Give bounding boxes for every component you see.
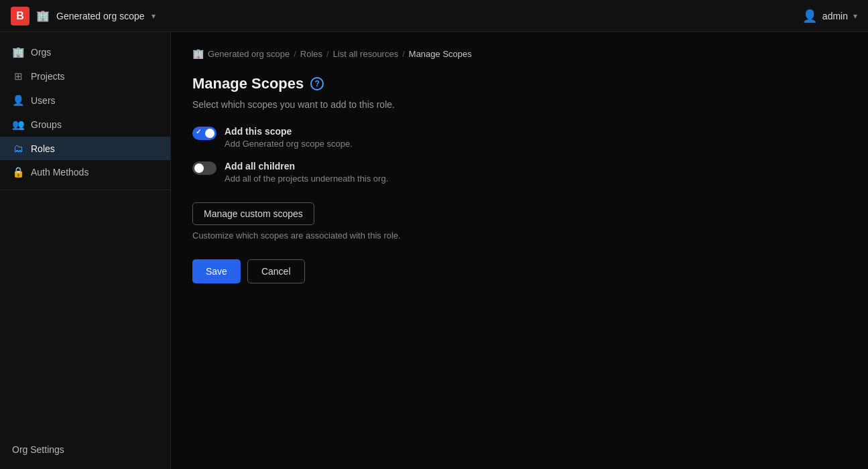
manage-custom-scopes-button[interactable]: Manage custom scopes: [192, 202, 314, 225]
user-dropdown-icon: ▾: [853, 11, 857, 21]
header-org-title: Generated org scope: [56, 11, 145, 21]
add-scope-desc: Add Generated org scope scope.: [225, 139, 353, 149]
manage-custom-desc: Customize which scopes are associated wi…: [192, 230, 847, 241]
header-left: B 🏢 Generated org scope ▾: [11, 7, 156, 25]
breadcrumb-item-list[interactable]: List all resources: [333, 49, 399, 59]
sidebar-item-org-settings[interactable]: Org Settings: [0, 438, 170, 461]
page-title-row: Manage Scopes ?: [192, 75, 847, 92]
page-title: Manage Scopes: [192, 75, 304, 92]
add-children-labels: Add all children Add all of the projects…: [225, 161, 388, 184]
sidebar-item-groups-label: Groups: [31, 119, 62, 130]
add-scope-labels: Add this scope Add Generated org scope s…: [225, 126, 353, 149]
org-icon: 🏢: [36, 9, 50, 22]
add-scope-label: Add this scope: [225, 126, 353, 137]
app-header: B 🏢 Generated org scope ▾ 👤 admin ▾: [0, 0, 868, 32]
sidebar-item-users[interactable]: 👤 Users: [0, 88, 170, 113]
breadcrumb-sep-2: /: [326, 49, 329, 59]
save-button[interactable]: Save: [192, 259, 241, 283]
sidebar-item-users-label: Users: [31, 95, 56, 106]
breadcrumb-sep-1: /: [294, 49, 296, 59]
add-children-desc: Add all of the projects underneath this …: [225, 174, 388, 184]
app-logo: B: [11, 7, 29, 25]
action-buttons: Save Cancel: [192, 259, 847, 283]
user-avatar-icon: 👤: [802, 9, 817, 23]
help-icon[interactable]: ?: [310, 77, 324, 90]
header-username: admin: [822, 11, 848, 21]
sidebar-bottom: Org Settings: [0, 438, 170, 461]
users-icon: 👤: [12, 94, 24, 107]
sidebar-item-orgs-label: Orgs: [31, 47, 51, 58]
toggle-section: Add this scope Add Generated org scope s…: [192, 126, 847, 184]
breadcrumb-org-icon: 🏢: [192, 48, 204, 59]
projects-icon: ⊞: [12, 70, 24, 82]
sidebar-item-auth-methods[interactable]: 🔒 Auth Methods: [0, 160, 170, 184]
orgs-icon: 🏢: [12, 46, 24, 58]
header-user-menu[interactable]: 👤 admin ▾: [802, 9, 857, 23]
sidebar-item-roles-label: Roles: [31, 143, 55, 154]
sidebar-item-auth-methods-label: Auth Methods: [31, 167, 88, 178]
sidebar-divider: [0, 190, 170, 190]
add-children-label: Add all children: [225, 161, 388, 172]
sidebar-item-projects[interactable]: ⊞ Projects: [0, 64, 170, 88]
breadcrumb-item-current: Manage Scopes: [409, 49, 472, 59]
sidebar-item-roles[interactable]: 🗂 Roles: [0, 137, 170, 160]
breadcrumb-item-org[interactable]: Generated org scope: [208, 49, 290, 59]
breadcrumb-item-roles[interactable]: Roles: [300, 49, 322, 59]
sidebar-item-projects-label: Projects: [31, 71, 65, 82]
auth-methods-icon: 🔒: [12, 166, 24, 178]
groups-icon: 👥: [12, 119, 24, 131]
main-content: 🏢 Generated org scope / Roles / List all…: [171, 32, 868, 469]
sidebar: 🏢 Orgs ⊞ Projects 👤 Users 👥 Groups 🗂 Rol…: [0, 32, 171, 469]
layout: 🏢 Orgs ⊞ Projects 👤 Users 👥 Groups 🗂 Rol…: [0, 32, 868, 469]
sidebar-item-org-settings-label: Org Settings: [12, 444, 64, 455]
add-scope-toggle[interactable]: [192, 127, 216, 140]
add-children-toggle-row: Add all children Add all of the projects…: [192, 161, 847, 184]
add-scope-toggle-row: Add this scope Add Generated org scope s…: [192, 126, 847, 149]
page-subtitle: Select which scopes you want to add to t…: [192, 99, 847, 110]
sidebar-item-groups[interactable]: 👥 Groups: [0, 113, 170, 137]
cancel-button[interactable]: Cancel: [247, 259, 305, 283]
sidebar-item-orgs[interactable]: 🏢 Orgs: [0, 40, 170, 64]
add-children-toggle[interactable]: [192, 161, 216, 175]
breadcrumb-sep-3: /: [402, 49, 405, 59]
roles-icon: 🗂: [12, 143, 24, 154]
breadcrumb: 🏢 Generated org scope / Roles / List all…: [192, 48, 847, 59]
header-dropdown-icon[interactable]: ▾: [151, 11, 156, 21]
